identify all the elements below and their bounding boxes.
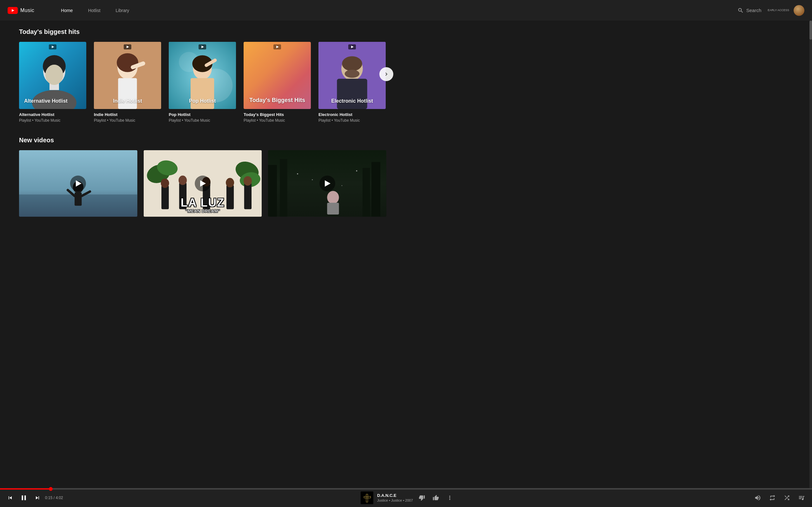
svg-point-63 bbox=[297, 173, 299, 175]
playlist-cards-row: Alternative Hotlist Alternative Hotlist … bbox=[19, 42, 387, 123]
play-button-3[interactable] bbox=[319, 176, 335, 191]
yt-icon-indie bbox=[124, 44, 131, 51]
video-thumb-la-luz: LA LUZ "MEAN DREAM" bbox=[144, 150, 262, 217]
video-card-3[interactable] bbox=[268, 150, 386, 217]
svg-rect-60 bbox=[362, 168, 370, 217]
card-indie-hotlist[interactable]: Indie Hotlist Indie Hotlist Playlist • Y… bbox=[94, 42, 161, 123]
card-electronic-hotlist[interactable]: Electronic Hotlist Electronic Hotlist Pl… bbox=[318, 42, 386, 123]
card-label-electronic: Electronic Hotlist bbox=[318, 112, 386, 117]
svg-point-55 bbox=[243, 176, 252, 186]
card-meta-biggest: Playlist • YouTube Music bbox=[244, 118, 311, 123]
youtube-logo-icon bbox=[8, 7, 18, 14]
card-label-indie: Indie Hotlist bbox=[94, 112, 161, 117]
la-luz-title: LA LUZ bbox=[147, 197, 259, 209]
video-card-1[interactable] bbox=[19, 150, 137, 217]
card-title-overlay-indie: Indie Hotlist bbox=[94, 92, 161, 109]
card-label-alt: Alternative Hotlist bbox=[19, 112, 86, 117]
card-meta-pop: Playlist • YouTube Music bbox=[169, 118, 236, 123]
svg-rect-58 bbox=[280, 159, 287, 217]
card-thumb-electronic: Electronic Hotlist bbox=[318, 42, 386, 109]
nav-home[interactable]: Home bbox=[53, 5, 80, 15]
svg-point-47 bbox=[161, 178, 169, 188]
card-thumb-alt: Alternative Hotlist bbox=[19, 42, 86, 109]
main-nav: Home Hotlist Library bbox=[53, 5, 406, 15]
yt-icon-alt bbox=[49, 44, 56, 51]
next-button[interactable] bbox=[379, 67, 393, 81]
biggest-hits-title: Today's biggest hits bbox=[19, 28, 387, 36]
card-biggest-hits[interactable]: Today's Biggest Hits Today's Biggest Hit… bbox=[244, 42, 311, 123]
card-title-overlay-pop: Pop Hotlist bbox=[169, 92, 236, 109]
card-label-pop: Pop Hotlist bbox=[169, 112, 236, 117]
svg-rect-59 bbox=[371, 162, 380, 216]
nav-hotlist[interactable]: Hotlist bbox=[81, 5, 108, 15]
logo-text: Music bbox=[20, 8, 34, 13]
yt-icon-electronic bbox=[348, 44, 356, 51]
play-triangle-icon-2 bbox=[200, 180, 206, 187]
yt-icon-pop bbox=[199, 44, 206, 51]
card-title-overlay-electronic: Electronic Hotlist bbox=[318, 92, 386, 109]
card-meta-indie: Playlist • YouTube Music bbox=[94, 118, 161, 123]
svg-rect-37 bbox=[74, 192, 82, 206]
svg-point-53 bbox=[226, 178, 234, 187]
new-videos-section: New videos bbox=[0, 129, 406, 223]
video-thumb-1 bbox=[19, 150, 137, 217]
play-triangle-icon-3 bbox=[325, 180, 331, 187]
svg-point-30 bbox=[342, 56, 362, 71]
card-title-overlay-biggest: Today's Biggest Hits bbox=[244, 91, 311, 109]
play-triangle-icon bbox=[76, 180, 82, 187]
yt-icon-biggest bbox=[273, 44, 281, 51]
svg-rect-62 bbox=[327, 203, 339, 215]
svg-point-61 bbox=[327, 191, 339, 204]
svg-point-31 bbox=[345, 70, 360, 78]
card-alt-hotlist[interactable]: Alternative Hotlist Alternative Hotlist … bbox=[19, 42, 86, 123]
svg-point-64 bbox=[312, 179, 313, 180]
video-card-la-luz[interactable]: LA LUZ "MEAN DREAM" bbox=[144, 150, 262, 217]
la-luz-subtitle: "MEAN DREAM" bbox=[147, 209, 259, 214]
card-pop-hotlist[interactable]: Pop Hotlist Pop Hotlist Playlist • YouTu… bbox=[169, 42, 236, 123]
card-thumb-pop: Pop Hotlist bbox=[169, 42, 236, 109]
videos-row: LA LUZ "MEAN DREAM" bbox=[19, 150, 387, 217]
card-thumb-biggest: Today's Biggest Hits bbox=[244, 42, 311, 109]
la-luz-overlay: LA LUZ "MEAN DREAM" bbox=[147, 197, 259, 214]
main-content: Today's biggest hits bbox=[0, 20, 406, 234]
card-thumb-indie: Indie Hotlist bbox=[94, 42, 161, 109]
svg-point-12 bbox=[117, 53, 138, 72]
svg-point-49 bbox=[179, 176, 187, 185]
logo-area[interactable]: Music bbox=[8, 7, 34, 14]
card-meta-alt: Playlist • YouTube Music bbox=[19, 118, 86, 123]
header: Music Home Hotlist Library Search EARLY … bbox=[0, 0, 406, 20]
biggest-hits-section: Today's biggest hits bbox=[0, 20, 406, 129]
card-meta-electronic: Playlist • YouTube Music bbox=[318, 118, 386, 123]
svg-point-6 bbox=[45, 65, 63, 85]
card-title-overlay-alt: Alternative Hotlist bbox=[19, 92, 86, 109]
chevron-right-icon bbox=[383, 71, 390, 77]
card-label-biggest: Today's Biggest Hits bbox=[244, 112, 311, 117]
svg-point-66 bbox=[342, 185, 343, 186]
svg-point-65 bbox=[356, 170, 357, 171]
new-videos-title: New videos bbox=[19, 136, 387, 144]
play-button-1[interactable] bbox=[70, 176, 86, 191]
video-thumb-3 bbox=[268, 150, 386, 217]
svg-rect-57 bbox=[268, 165, 277, 217]
play-button-la-luz[interactable] bbox=[195, 176, 211, 191]
nav-library[interactable]: Library bbox=[108, 5, 137, 15]
